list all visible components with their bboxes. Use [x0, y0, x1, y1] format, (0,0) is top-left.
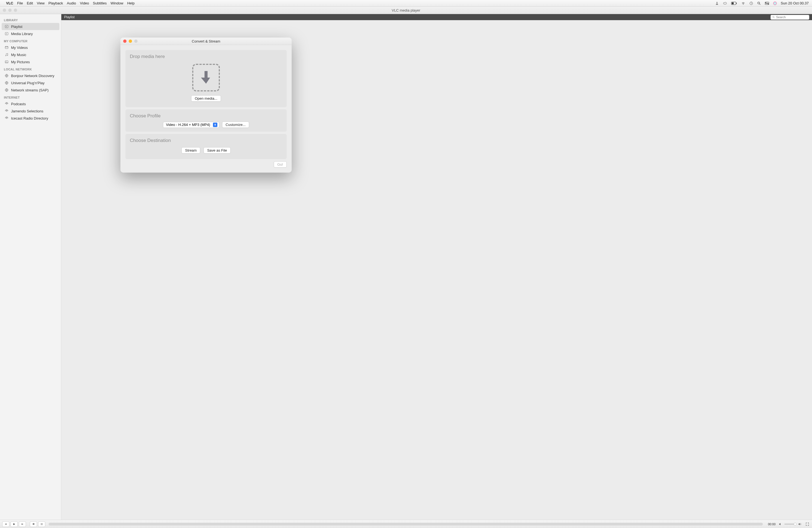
sidebar-item[interactable]: Podcasts — [2, 100, 59, 107]
sidebar-item[interactable]: My Music — [2, 51, 59, 58]
window-close-button[interactable] — [3, 9, 6, 12]
playlist-icon — [4, 31, 9, 36]
playlist-search-input[interactable] — [776, 15, 808, 19]
sidebar-item[interactable]: Playlist — [2, 23, 59, 30]
menu-playback[interactable]: Playback — [48, 1, 63, 5]
profile-select[interactable]: Video - H.264 + MP3 (MP4) — [163, 122, 219, 128]
playlist-header-title: Playlist — [64, 15, 75, 19]
sidebar-item-label: My Videos — [11, 46, 28, 50]
menubar-clock[interactable]: Sun 20 Oct 00.37 — [781, 1, 809, 5]
vlc-tray-icon[interactable] — [715, 1, 719, 5]
dialog-minimize-button[interactable] — [129, 40, 132, 43]
choose-profile-title: Choose Profile — [130, 113, 282, 119]
svg-point-18 — [6, 61, 6, 62]
globe-icon — [4, 80, 9, 85]
playlist-search[interactable] — [771, 15, 809, 19]
menu-subtitles[interactable]: Subtitles — [93, 1, 106, 5]
volume-low-icon — [778, 523, 782, 526]
volume-high-icon — [798, 523, 801, 526]
arrow-down-icon — [200, 70, 212, 85]
sidebar-item[interactable]: Bonjour Network Discovery — [2, 72, 59, 79]
app-name[interactable]: VLC — [6, 1, 13, 5]
window-zoom-button[interactable] — [14, 9, 17, 12]
sidebar-item-label: Podcasts — [11, 102, 26, 106]
save-as-file-button[interactable]: Save as File — [204, 147, 231, 153]
volume-slider[interactable] — [784, 524, 795, 525]
playlist-header: Playlist — [61, 14, 812, 20]
podcast-icon — [4, 102, 9, 106]
volume-knob[interactable] — [794, 523, 797, 526]
vlc-titlebar: VLC media player — [0, 6, 812, 14]
sidebar-item[interactable]: My Videos — [2, 44, 59, 51]
menu-help[interactable]: Help — [127, 1, 134, 5]
prev-button[interactable] — [2, 522, 10, 527]
playlist-toggle-button[interactable] — [38, 522, 45, 527]
sidebar-item-label: Media Library — [11, 32, 33, 36]
next-button[interactable] — [19, 522, 26, 527]
sidebar-item[interactable]: Media Library — [2, 30, 59, 37]
play-button[interactable] — [11, 522, 18, 527]
video-icon — [4, 45, 9, 50]
window-traffic-lights — [0, 9, 17, 12]
dialog-zoom-button[interactable] — [134, 40, 137, 43]
control-center-icon[interactable] — [765, 2, 769, 5]
seek-bar[interactable] — [48, 523, 763, 526]
svg-point-25 — [773, 16, 774, 18]
podcast-icon — [4, 109, 9, 113]
window-minimize-button[interactable] — [8, 9, 12, 12]
drop-media-panel: Drop media here Open media... — [126, 50, 287, 107]
svg-point-9 — [768, 4, 769, 4]
choose-destination-title: Choose Destination — [130, 138, 282, 143]
choose-destination-panel: Choose Destination Stream Save as File — [126, 134, 287, 159]
svg-point-23 — [6, 111, 7, 112]
svg-rect-2 — [731, 2, 734, 4]
profile-select-value: Video - H.264 + MP3 (MP4) — [166, 122, 210, 127]
sidebar-item-label: My Music — [11, 53, 26, 57]
sidebar-section-header: INTERNET — [2, 93, 59, 100]
playback-controls: 00:00 — [0, 520, 812, 528]
menu-window[interactable]: Window — [111, 1, 123, 5]
menu-file[interactable]: File — [17, 1, 23, 5]
menu-audio[interactable]: Audio — [67, 1, 76, 5]
sidebar-item-label: Playlist — [11, 25, 23, 29]
sidebar-item[interactable]: Universal Plug'n'Play — [2, 79, 59, 86]
drop-target[interactable] — [192, 64, 220, 91]
sidebar: LIBRARYPlaylistMedia LibraryMY COMPUTERM… — [0, 14, 61, 520]
search-icon — [772, 16, 775, 18]
creative-cloud-icon[interactable] — [723, 1, 727, 5]
go-button[interactable]: Go! — [274, 161, 287, 167]
podcast-icon — [4, 116, 9, 120]
globe-icon — [4, 88, 9, 92]
timemachine-icon[interactable] — [749, 1, 753, 5]
menu-view[interactable]: View — [37, 1, 44, 5]
svg-point-3 — [743, 4, 743, 5]
drop-media-title: Drop media here — [130, 54, 282, 59]
fullscreen-button[interactable] — [805, 522, 810, 527]
dialog-close-button[interactable] — [123, 40, 127, 43]
menu-video[interactable]: Video — [80, 1, 89, 5]
stream-button[interactable]: Stream — [182, 147, 200, 153]
svg-rect-14 — [5, 46, 8, 48]
open-media-button[interactable]: Open media... — [191, 95, 221, 102]
menu-edit[interactable]: Edit — [27, 1, 33, 5]
svg-point-15 — [5, 55, 6, 56]
wifi-icon[interactable] — [741, 2, 745, 5]
siri-icon[interactable] — [773, 1, 777, 5]
spotlight-icon[interactable] — [757, 1, 761, 5]
svg-point-16 — [7, 55, 8, 56]
sidebar-item[interactable]: Jamendo Selections — [2, 107, 59, 115]
battery-icon[interactable] — [731, 2, 737, 5]
svg-rect-1 — [736, 2, 737, 4]
window-title: VLC media player — [0, 8, 812, 12]
svg-point-24 — [6, 118, 7, 119]
customize-button[interactable]: Customize... — [222, 121, 249, 128]
sidebar-item-label: My Pictures — [11, 60, 30, 64]
sidebar-section-header: LOCAL NETWORK — [2, 65, 59, 72]
sidebar-item[interactable]: Icecast Radio Directory — [2, 115, 59, 122]
chevron-updown-icon — [213, 122, 217, 127]
sidebar-item-label: Network streams (SAP) — [11, 88, 48, 92]
sidebar-item-label: Bonjour Network Discovery — [11, 74, 54, 78]
sidebar-item[interactable]: Network streams (SAP) — [2, 86, 59, 93]
sidebar-item[interactable]: My Pictures — [2, 58, 59, 65]
stop-button[interactable] — [30, 522, 37, 527]
